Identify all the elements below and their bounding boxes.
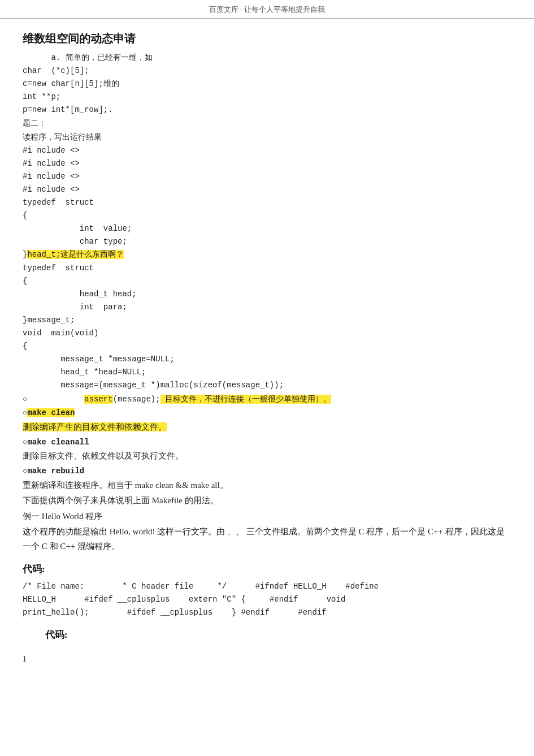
example1-title: 例一 Hello World 程序 xyxy=(23,509,511,524)
code-block-1: /* File name: * C header file */ #ifndef… xyxy=(23,580,511,619)
make-cleanall-cmd: make cleanall xyxy=(27,438,89,447)
main-content: 维数组空间的动态申请 a. 简单的，已经有一维，如 char (*c)[5]; … xyxy=(0,24,534,683)
make-rebuild-line: ○make rebuild xyxy=(23,465,511,478)
make-clean-line: ○make clean xyxy=(23,407,511,420)
make-clean-cmd: make clean xyxy=(27,408,75,417)
code-title-2: 代码: xyxy=(45,627,511,643)
example-intro: 下面提供两个例子来具体说明上面 Makefile 的用法。 xyxy=(23,494,511,508)
code-intro: a. 简单的，已经有一维，如 char (*c)[5]; c=new char[… xyxy=(23,51,511,392)
assert-comment: 目标文件，不进行连接（一般很少单独使用）。 xyxy=(160,395,331,404)
header-text: 百度文库 - 让每个人平等地提升自我 xyxy=(209,5,325,14)
code-title-1: 代码: xyxy=(23,561,511,578)
make-clean-desc: 删除编译产生的目标文件和依赖文件。 xyxy=(23,420,511,435)
make-cleanall-line: ○make cleanall xyxy=(23,436,511,450)
circle-bullet-1: ○ xyxy=(23,395,27,404)
page-number: 1 xyxy=(23,653,511,666)
example1-desc: 这个程序的功能是输出 Hello, world! 这样一行文字。由 、、 三个文… xyxy=(23,525,511,554)
assert-line: ○ assert(message); 目标文件，不进行连接（一般很少单独使用）。 xyxy=(23,393,511,407)
highlight-head-t: head_t;这是什么东西啊？ xyxy=(27,250,124,259)
assert-args: (message); xyxy=(113,395,160,404)
make-clean-desc-text: 删除编译产生的目标文件和依赖文件。 xyxy=(23,422,167,431)
make-rebuild-desc: 重新编译和连接程序。相当于 make clean && make all。 xyxy=(23,478,511,493)
section-title: 维数组空间的动态申请 xyxy=(23,29,511,48)
make-cleanall-desc: 删除目标文件、依赖文件以及可执行文件。 xyxy=(23,449,511,464)
code-title-2-wrapper: 代码: xyxy=(45,627,511,643)
make-rebuild-cmd: make rebuild xyxy=(27,466,84,476)
page-header: 百度文库 - 让每个人平等地提升自我 xyxy=(0,0,534,19)
assert-keyword: assert xyxy=(84,395,112,404)
